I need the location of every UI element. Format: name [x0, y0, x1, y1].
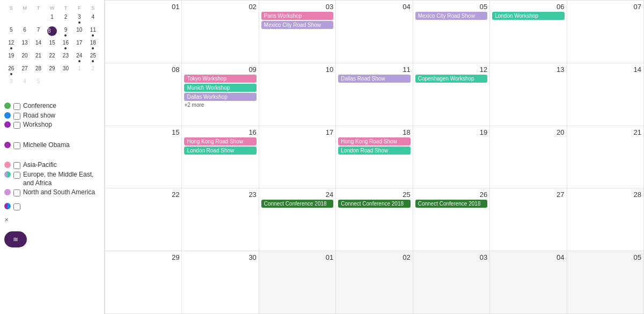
cal-cell: 02 — [336, 251, 413, 314]
cal-cell: 14 — [567, 63, 644, 126]
mini-cal-day[interactable]: 9 — [59, 25, 72, 38]
mini-cal-day[interactable]: 18 — [86, 38, 100, 50]
date-number: 27 — [492, 191, 564, 199]
event-type-checkbox[interactable] — [13, 103, 20, 110]
date-number: 22 — [107, 191, 179, 199]
event-pill[interactable]: Hong Kong Road Show — [338, 137, 410, 145]
event-pill[interactable]: Mexico City Road Show — [415, 12, 487, 20]
mini-cal-day[interactable]: 1 — [72, 63, 86, 76]
mini-cal-day[interactable]: 12 — [4, 38, 18, 50]
mini-cal-day[interactable]: 10 — [72, 25, 86, 38]
mini-cal-day[interactable]: 19 — [4, 50, 18, 63]
cal-cell: 25Connect Conference 2018 — [336, 188, 413, 251]
mini-cal-day[interactable]: 2 — [59, 12, 72, 25]
subscribe-button[interactable] — [4, 231, 27, 247]
date-number: 10 — [261, 65, 333, 74]
event-pill[interactable]: London Road Show — [338, 147, 410, 155]
region-filter: North and South America — [4, 188, 100, 197]
event-pill[interactable]: London Workshop — [492, 12, 564, 20]
mini-cal-day[interactable] — [18, 12, 31, 25]
region-filter: Asia-Pacific — [4, 161, 100, 170]
date-number: 15 — [107, 128, 179, 136]
mini-cal-day[interactable]: 24 — [72, 50, 86, 63]
mini-cal-day[interactable]: 26 — [4, 63, 18, 76]
event-pill[interactable]: Copenhagen Workshop — [415, 75, 487, 83]
cal-cell: 22 — [105, 188, 182, 251]
mini-cal-day[interactable]: 14 — [32, 38, 45, 50]
date-number: 23 — [184, 191, 256, 199]
cal-cell: 21 — [567, 126, 644, 189]
mini-cal-day[interactable]: 3 — [72, 12, 86, 25]
event-type-label: Road show — [23, 112, 55, 120]
clear-all-button[interactable] — [4, 217, 100, 223]
mini-cal-day-label: T — [59, 4, 72, 12]
cal-cell: 15 — [105, 126, 182, 189]
region-checkbox[interactable] — [13, 189, 20, 196]
event-pill[interactable]: Hong Kong Road Show — [184, 137, 256, 145]
region-checkbox[interactable] — [13, 162, 20, 169]
mini-cal-day[interactable]: 15 — [45, 38, 58, 50]
event-pill[interactable]: Paris Workshop — [261, 12, 333, 20]
mini-cal-day[interactable]: 16 — [59, 38, 72, 50]
mini-cal-day[interactable]: 20 — [18, 50, 31, 63]
cal-cell: 23 — [182, 188, 259, 251]
mini-cal-day[interactable]: 17 — [72, 38, 86, 50]
date-number: 28 — [569, 191, 641, 199]
mini-cal-day[interactable]: 21 — [32, 50, 45, 63]
cal-cell: 01 — [259, 251, 336, 314]
mini-cal-day[interactable]: 6 — [18, 25, 31, 38]
speaker-checkbox[interactable] — [13, 142, 20, 149]
mini-cal-day[interactable]: 8 — [47, 26, 57, 36]
mini-cal-day[interactable]: 22 — [45, 50, 58, 63]
date-number: 29 — [107, 253, 179, 261]
mini-cal-day[interactable]: 3 — [4, 76, 18, 87]
event-pill[interactable]: Connect Conference 2018 — [338, 200, 410, 208]
mini-cal-day[interactable]: 28 — [32, 63, 45, 76]
more-events-link[interactable]: +2 more — [184, 102, 256, 108]
event-pill[interactable]: London Road Show — [184, 147, 256, 155]
mini-cal-day[interactable]: 27 — [18, 63, 31, 76]
mini-cal-day-label: T — [32, 4, 45, 12]
cal-cell: 06London Workshop — [490, 1, 567, 63]
event-pill[interactable]: Tokyo Workshop — [184, 75, 256, 83]
mini-cal-day-label: S — [86, 4, 100, 12]
mini-cal-day[interactable] — [4, 12, 18, 25]
date-number: 14 — [569, 65, 641, 74]
mini-cal-day[interactable]: 4 — [86, 12, 100, 25]
event-type-checkbox[interactable] — [13, 113, 20, 120]
mini-cal-day[interactable]: 13 — [18, 38, 31, 50]
mini-cal-day[interactable]: 5 — [4, 25, 18, 38]
mini-cal-day[interactable]: 30 — [59, 63, 72, 76]
mini-cal-day[interactable]: 4 — [18, 76, 31, 87]
date-number: 11 — [338, 65, 410, 74]
date-number: 18 — [338, 128, 410, 136]
mini-cal-day[interactable]: 2 — [86, 63, 100, 76]
date-number: 21 — [569, 128, 641, 136]
event-type-dot — [4, 121, 11, 128]
region-checkbox[interactable] — [13, 172, 20, 179]
mini-cal-day[interactable]: 7 — [32, 25, 45, 38]
mini-cal-day[interactable]: 11 — [86, 25, 100, 38]
event-pill[interactable]: Munich Workshop — [184, 84, 256, 92]
mini-cal-day[interactable]: 5 — [32, 76, 45, 87]
livestream-checkbox[interactable] — [13, 203, 20, 210]
mini-cal-day-label: F — [72, 4, 86, 12]
date-number: 05 — [569, 253, 641, 261]
mini-cal-day[interactable]: 29 — [45, 63, 58, 76]
mini-cal-day[interactable] — [32, 12, 45, 25]
event-pill[interactable]: Dallas Road Show — [338, 75, 410, 83]
mini-cal-day[interactable]: 1 — [45, 12, 58, 25]
event-pill[interactable]: Mexico City Road Show — [261, 21, 333, 29]
cal-cell: 04 — [336, 1, 413, 63]
date-number: 13 — [492, 65, 564, 74]
event-pill[interactable]: Connect Conference 2018 — [415, 200, 487, 208]
speaker-dot — [4, 142, 11, 148]
cal-cell: 01 — [105, 1, 182, 63]
event-pill[interactable]: Dallas Workshop — [184, 93, 256, 101]
date-number: 26 — [415, 191, 487, 199]
mini-cal-day[interactable]: 23 — [59, 50, 72, 63]
event-pill[interactable]: Connect Conference 2018 — [261, 200, 333, 208]
event-type-checkbox[interactable] — [13, 122, 20, 129]
date-number: 03 — [415, 253, 487, 261]
mini-cal-day[interactable]: 25 — [86, 50, 100, 63]
